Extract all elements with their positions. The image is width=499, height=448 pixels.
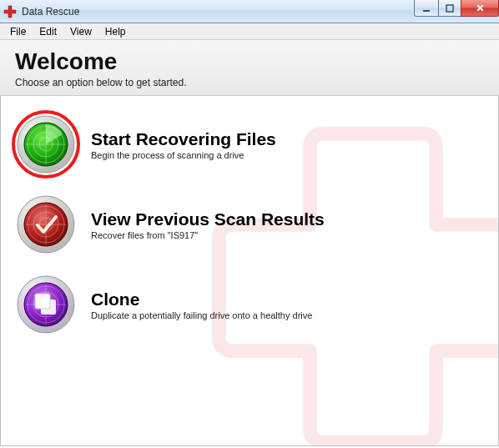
svg-rect-0 xyxy=(423,10,430,12)
menu-file[interactable]: File xyxy=(3,24,33,39)
menu-edit[interactable]: Edit xyxy=(33,24,63,39)
option-desc: Duplicate a potentially failing drive on… xyxy=(91,310,312,320)
close-icon xyxy=(476,3,485,13)
window-controls xyxy=(415,0,499,17)
option-view-previous[interactable]: View Previous Scan Results Recover files… xyxy=(1,184,498,264)
option-clone[interactable]: Clone Duplicate a potentially failing dr… xyxy=(1,264,498,345)
svg-rect-24 xyxy=(35,294,50,309)
option-title: Start Recovering Files xyxy=(91,129,276,149)
window-titlebar: Data Rescue xyxy=(0,0,499,23)
close-button[interactable] xyxy=(461,0,499,17)
window-title: Data Rescue xyxy=(22,6,79,18)
menu-help[interactable]: Help xyxy=(98,24,133,39)
radar-green-icon xyxy=(16,114,76,174)
app-icon xyxy=(3,5,17,18)
maximize-icon xyxy=(446,4,454,13)
page-title: Welcome xyxy=(15,48,484,75)
minimize-button[interactable] xyxy=(414,0,439,17)
menu-view[interactable]: View xyxy=(63,24,98,39)
page-subtitle: Choose an option below to get started. xyxy=(15,77,484,88)
svg-rect-1 xyxy=(446,5,453,12)
minimize-icon xyxy=(422,4,431,13)
main-content: Start Recovering Files Begin the process… xyxy=(0,96,499,446)
radar-check-red-icon xyxy=(16,194,76,254)
clone-purple-icon xyxy=(16,274,76,335)
option-start-recovering[interactable]: Start Recovering Files Begin the process… xyxy=(1,104,498,184)
menu-bar: File Edit View Help xyxy=(0,23,499,40)
option-desc: Recover files from "IS917" xyxy=(91,230,325,240)
option-title: View Previous Scan Results xyxy=(91,209,325,229)
option-title: Clone xyxy=(91,289,312,310)
maximize-button[interactable] xyxy=(438,0,461,17)
option-desc: Begin the process of scanning a drive xyxy=(91,150,276,160)
welcome-header: Welcome Choose an option below to get st… xyxy=(0,40,499,96)
